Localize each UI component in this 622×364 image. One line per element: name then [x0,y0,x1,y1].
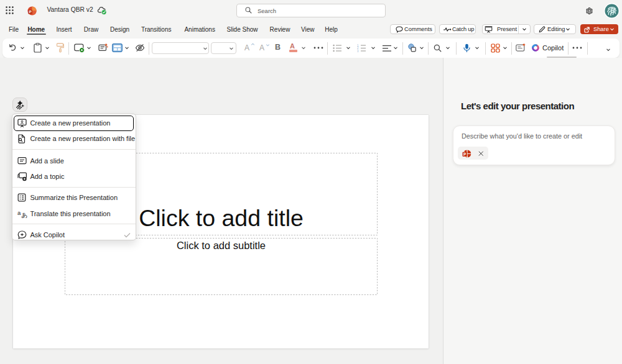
svg-text:3: 3 [357,50,359,52]
svg-text:a: a [17,209,21,216]
svg-text:P: P [29,9,32,14]
svg-text:P: P [463,152,466,156]
svg-text:あ: あ [22,212,28,218]
